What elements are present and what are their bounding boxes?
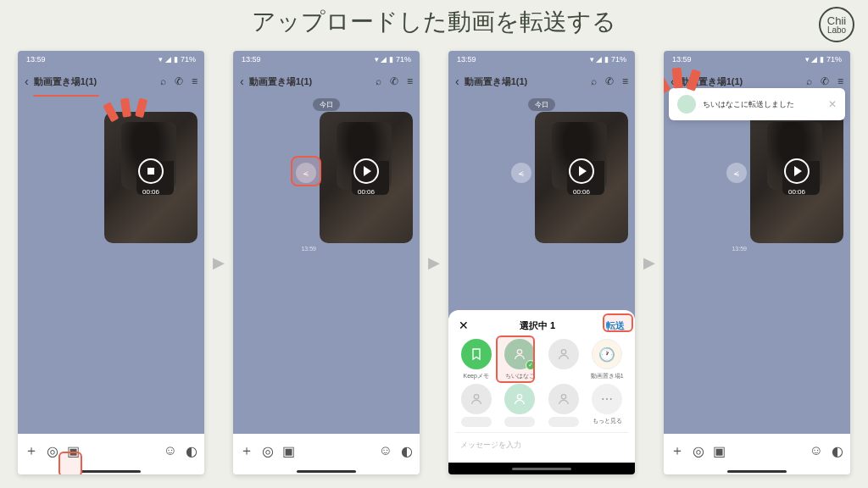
plus-icon[interactable]: ＋ [240,442,253,460]
plus-icon[interactable]: ＋ [25,442,38,460]
svg-point-1 [561,350,565,354]
gallery-icon[interactable]: ▣ [282,443,295,459]
share-button[interactable]: ⪪ [726,163,747,183]
video-message[interactable]: 00:06 [535,112,628,243]
chat-body: 今日 00:06 ⪪ ✕ 選択中 1 転送 Keepメモ ✓ちいはなこ 🕐動画置… [448,95,635,463]
step-arrow-icon: ▶ [428,253,440,272]
home-indicator [18,468,204,474]
message-input[interactable]: メッセージを入力 [455,432,628,458]
status-bar: 13:59 ▾ ◢ ▮71% [664,51,850,68]
chat-header: ‹ 動画置き場1(1) ⌕✆≡ [448,68,635,95]
status-bar: 13:59 ▾ ◢ ▮71% [233,51,420,68]
contact-item[interactable] [455,384,498,427]
camera-icon[interactable]: ◎ [47,443,58,459]
close-icon[interactable]: ✕ [828,98,837,110]
back-icon[interactable]: ‹ [670,75,675,88]
status-bar: 13:59 ▾ ◢ ▮71% [18,51,204,68]
contact-item[interactable] [499,384,542,427]
contact-item[interactable] [542,384,585,427]
home-indicator [233,468,420,474]
msg-time: 13:59 [301,246,316,252]
back-icon[interactable]: ‹ [455,75,459,88]
toast-notification[interactable]: ちいはなこに転送しました ✕ [669,88,845,120]
chat-body: 今日 00:06 ⪪ 13:59 [233,95,420,434]
back-icon[interactable]: ‹ [25,75,29,88]
toast-text: ちいはなこに転送しました [703,99,821,110]
play-icon[interactable] [353,158,379,184]
home-indicator [448,463,635,474]
contact-more[interactable]: ⋯もっと見る [587,384,629,427]
battery-icon: ▮ [174,55,178,64]
chat-body: 00:06 [18,95,204,434]
share-button[interactable]: ⪪ [511,163,531,183]
page-header: アップロードした動画を転送する ChiiLabo [0,0,868,44]
step-arrow-icon: ▶ [643,253,655,272]
step-arrow-icon: ▶ [213,253,225,272]
status-time: 13:59 [26,55,46,64]
camera-icon[interactable]: ◎ [693,443,704,459]
highlight-share [291,156,321,186]
sheet-title: 選択中 1 [520,319,555,332]
mic-icon[interactable]: ◐ [832,443,843,459]
close-icon[interactable]: ✕ [459,319,469,332]
emoji-icon[interactable]: ☺ [164,443,177,458]
svg-point-3 [518,395,522,399]
status-bar: 13:59 ▾ ◢ ▮71% [448,51,635,68]
date-badge: 今日 [313,98,340,111]
emoji-icon[interactable]: ☺ [810,443,823,458]
contact-item[interactable] [542,339,585,380]
chat-body: 今日 00:06 ⪪ 13:59 [664,95,850,434]
mic-icon[interactable]: ◐ [401,443,413,459]
call-icon[interactable]: ✆ [390,75,398,87]
search-icon[interactable]: ⌕ [376,75,381,87]
home-indicator [664,468,850,474]
search-icon[interactable]: ⌕ [160,75,166,87]
chat-name[interactable]: 動画置き場1(1) [34,75,155,88]
highlight-gallery [58,452,82,474]
back-icon[interactable]: ‹ [240,75,244,88]
forward-sheet: ✕ 選択中 1 転送 Keepメモ ✓ちいはなこ 🕐動画置き場1 ⋯もっと見る … [448,310,635,463]
play-icon[interactable] [784,158,810,184]
page-title: アップロードした動画を転送する [252,6,616,38]
gallery-icon[interactable]: ▣ [713,443,726,459]
call-icon[interactable]: ✆ [175,75,183,87]
highlight-chatname [33,95,99,97]
highlight-contact [496,336,535,383]
plus-icon[interactable]: ＋ [670,442,684,460]
contact-grid: Keepメモ ✓ちいはなこ 🕐動画置き場1 ⋯もっと見る [455,339,628,427]
chat-header: ‹ 動画置き場1(1) ⌕✆≡ [233,68,420,95]
stop-icon[interactable] [138,158,164,184]
svg-point-4 [561,395,565,399]
status-icons: ▾ ◢ ▮71% [159,55,196,64]
input-bar: ＋ ◎ ▣ ☺ ◐ [233,434,420,468]
phone-step-3: 13:59 ▾ ◢ ▮71% ‹ 動画置き場1(1) ⌕✆≡ 今日 00:06 … [448,51,635,474]
video-message[interactable]: 00:06 [320,112,413,243]
video-message[interactable]: 00:06 [750,112,843,243]
tutorial-stage: 13:59 ▾ ◢ ▮71% ‹ 動画置き場1(1) ⌕ ✆ ≡ 00:06 [0,44,868,481]
emoji-icon[interactable]: ☺ [379,443,392,458]
camera-icon[interactable]: ◎ [262,443,274,459]
video-message[interactable]: 00:06 [104,112,198,243]
brand-logo: ChiiLabo [819,7,854,42]
chat-header: ‹ 動画置き場1(1) ⌕ ✆ ≡ [18,68,204,95]
play-icon[interactable] [569,158,594,184]
input-bar: ＋ ◎ ▣ ☺ ◐ [18,434,204,468]
phone-step-2: 13:59 ▾ ◢ ▮71% ‹ 動画置き場1(1) ⌕✆≡ 今日 00:06 … [233,51,420,474]
menu-icon[interactable]: ≡ [407,75,413,87]
menu-icon[interactable]: ≡ [192,75,198,87]
input-bar: ＋ ◎ ▣ ☺ ◐ [664,434,850,468]
svg-point-2 [474,395,478,399]
phone-step-1: 13:59 ▾ ◢ ▮71% ‹ 動画置き場1(1) ⌕ ✆ ≡ 00:06 [18,51,204,474]
contact-item[interactable]: 🕐動画置き場1 [587,339,629,380]
mic-icon[interactable]: ◐ [186,443,198,459]
phone-step-4: 13:59 ▾ ◢ ▮71% ‹ 動画置き場1(1) ⌕✆≡ 今日 00:06 … [664,51,850,474]
highlight-forward [603,313,633,332]
video-duration: 00:06 [142,188,159,196]
toast-avatar [677,95,696,114]
contact-keep[interactable]: Keepメモ [455,339,498,380]
